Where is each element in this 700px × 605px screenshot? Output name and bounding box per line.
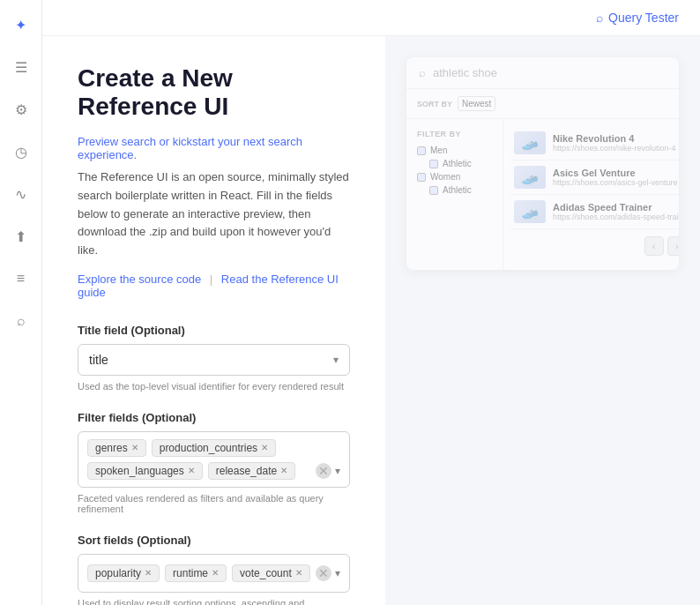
result-item-2: 👟 Asics Gel Venture https://shoes.com/as… [510,161,679,195]
query-tester-button[interactable]: ⌕ Query Tester [596,11,679,25]
sidebar-icon-sparkle[interactable]: ✦ [7,11,35,39]
result-name-3: Adidas Speed Trainer [553,202,679,213]
links-row: Explore the source code | Read the Refer… [78,273,350,299]
preview-sort-select: Newest [458,96,495,111]
tag-remove-genres[interactable]: ✕ [131,444,138,452]
title-field-group: Title field (Optional) title ▾ Used as t… [78,324,350,392]
preview-results: 👟 Nike Revolution 4 https://shoes.com/ni… [503,119,679,270]
filter-tags-actions: ✕ ▾ [316,463,340,479]
filter-women: Women [417,172,492,182]
preview-pagination: ‹ › [510,229,679,263]
title-field-chevron: ▾ [333,354,339,366]
preview-filter-label: FILTER BY [417,130,492,138]
page-prev-button[interactable]: ‹ [644,236,664,256]
page-next-button[interactable]: › [667,236,679,256]
result-url-3: https://shoes.com/adidas-speed-trainer [553,213,679,221]
source-code-link[interactable]: Explore the source code [78,273,201,286]
result-name-2: Asics Gel Venture [553,168,679,178]
tag-remove-spoken-languages[interactable]: ✕ [188,467,195,475]
page-subtitle: Preview search or kickstart your next se… [78,135,350,161]
sort-fields-hint: Used to display result sorting options, … [78,598,350,605]
result-item-1: 👟 Nike Revolution 4 https://shoes.com/ni… [510,126,679,161]
sort-fields-label: Sort fields (Optional) [78,534,350,547]
filter-women-checkbox[interactable] [417,173,426,182]
page-description: The Reference UI is an open source, mini… [78,168,350,260]
filter-men-athletic-checkbox[interactable] [429,160,438,168]
preview-filters: FILTER BY Men Athletic Women [406,119,503,270]
sidebar-icon-search[interactable]: ⌕ [7,307,35,335]
tag-runtime[interactable]: runtime ✕ [165,564,227,582]
preview-search-bar: ⌕ athletic shoe [406,57,679,89]
sort-tags-actions: ✕ ▾ [316,565,340,581]
page-title: Create a New Reference UI [78,64,350,121]
tag-genres[interactable]: genres ✕ [87,439,146,457]
filter-men-athletic: Athletic [417,159,492,168]
result-url-2: https://shoes.com/asics-gel-venture [553,178,679,187]
filter-fields-input[interactable]: genres ✕ production_countries ✕ spoken_l… [78,431,350,488]
filter-fields-label: Filter fields (Optional) [78,411,350,424]
result-url-1: https://shoes.com/nike-revolution-4 [553,144,679,153]
tag-remove-production-countries[interactable]: ✕ [261,444,268,452]
result-thumb-2: 👟 [514,166,546,189]
sort-tags-chevron[interactable]: ▾ [335,567,340,579]
preview-search-text: athletic shoe [433,66,497,79]
preview-sort-row: SORT BY Newest [406,89,679,119]
sort-fields-input[interactable]: popularity ✕ runtime ✕ vote_count ✕ ✕ ▾ [78,554,350,593]
title-field-hint: Used as the top-level visual identifier … [78,381,350,392]
preview-body: FILTER BY Men Athletic Women [406,119,679,270]
link-separator: | [210,273,212,286]
sidebar-icon-wave[interactable]: ∿ [7,180,35,208]
tag-remove-release-date[interactable]: ✕ [280,467,287,475]
tag-release-date[interactable]: release_date ✕ [208,462,295,480]
preview-search-icon: ⌕ [419,66,426,79]
filter-women-athletic: Athletic [417,185,492,195]
sort-fields-group: Sort fields (Optional) popularity ✕ runt… [78,534,350,605]
filter-tags-chevron[interactable]: ▾ [335,465,340,477]
result-info-2: Asics Gel Venture https://shoes.com/asic… [553,168,679,187]
sort-tags-clear[interactable]: ✕ [316,565,331,581]
result-item-3: 👟 Adidas Speed Trainer https://shoes.com… [510,195,679,229]
sidebar: ✦ ☰ ⚙ ◷ ∿ ⬆ ≡ ⌕ [0,0,42,605]
query-tester-icon: ⌕ [596,11,603,25]
tag-remove-runtime[interactable]: ✕ [212,569,219,578]
result-info-3: Adidas Speed Trainer https://shoes.com/a… [553,202,679,221]
sidebar-icon-list[interactable]: ≡ [7,265,35,293]
preview-sort-label: SORT BY [417,100,452,108]
filter-men: Men [417,146,492,155]
main-area: ⌕ Query Tester Create a New Reference UI… [42,0,700,605]
query-tester-label: Query Tester [608,11,679,25]
right-panel: ⌕ athletic shoe SORT BY Newest FILTER BY [385,36,700,605]
result-thumb-1: 👟 [514,131,546,154]
sidebar-icon-gear[interactable]: ⚙ [7,95,35,123]
result-name-1: Nike Revolution 4 [553,133,679,144]
filter-women-athletic-checkbox[interactable] [429,186,438,195]
result-info-1: Nike Revolution 4 https://shoes.com/nike… [553,133,679,153]
tag-spoken-languages[interactable]: spoken_languages ✕ [87,462,203,480]
result-thumb-3: 👟 [514,200,546,223]
content-area: Create a New Reference UI Preview search… [42,36,700,605]
sidebar-icon-upload[interactable]: ⬆ [7,222,35,250]
filter-men-checkbox[interactable] [417,146,426,155]
title-field-select[interactable]: title ▾ [78,344,350,376]
filter-fields-hint: Faceted values rendered as filters and a… [78,493,350,514]
tag-remove-popularity[interactable]: ✕ [145,569,152,578]
title-field-label: Title field (Optional) [78,324,350,337]
topbar: ⌕ Query Tester [42,0,700,36]
title-field-value: title [89,353,108,367]
tag-vote-count[interactable]: vote_count ✕ [232,564,310,582]
filter-tags-clear[interactable]: ✕ [316,463,331,479]
sidebar-icon-document[interactable]: ☰ [7,53,35,81]
sidebar-icon-clock[interactable]: ◷ [7,138,35,166]
filter-fields-group: Filter fields (Optional) genres ✕ produc… [78,411,350,514]
preview-card: ⌕ athletic shoe SORT BY Newest FILTER BY [406,57,679,270]
tag-remove-vote-count[interactable]: ✕ [295,569,302,578]
tag-popularity[interactable]: popularity ✕ [87,564,160,582]
tag-production-countries[interactable]: production_countries ✕ [152,439,276,457]
left-panel: Create a New Reference UI Preview search… [42,36,385,605]
